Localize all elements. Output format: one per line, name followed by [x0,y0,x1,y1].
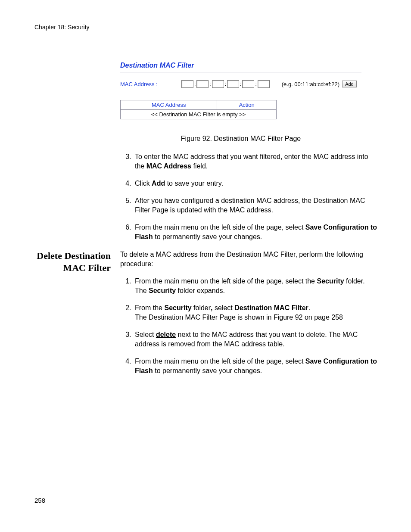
figure-destination-mac-filter: Destination MAC Filter MAC Address : : :… [120,61,361,119]
col-action: Action [217,100,277,110]
step-6: From the main menu on the left side of t… [133,223,379,242]
colon: : [255,81,256,87]
col-mac-address: MAC Address [121,100,217,110]
mac-octet-5[interactable] [242,80,254,88]
text: Click [135,180,152,187]
colon: : [240,81,241,87]
empty-message: << Destination MAC Filter is empty >> [121,110,277,119]
bold-security: Security [164,304,191,311]
text: From the main menu on the left side of t… [135,358,305,365]
table-header-row: MAC Address Action [121,100,277,110]
step-4: Click Add to save your entry. [133,179,379,188]
mac-example-text: (e.g. 00:11:ab:cd:ef:22) [282,81,339,87]
bold-security: Security [149,287,176,294]
text: The Destination MAC Filter Page is shown… [135,314,343,321]
table-row: << Destination MAC Filter is empty >> [121,110,277,119]
add-button[interactable]: Add [342,81,357,87]
text: folder expands. [176,287,225,294]
bold-underline-delete: delete [156,331,176,338]
mac-octet-2[interactable] [196,80,209,88]
chapter-header: Chapter 18: Security [34,24,378,31]
step-4: From the main menu on the left side of t… [133,357,378,376]
colon: : [209,81,211,87]
mac-filter-table: MAC Address Action << Destination MAC Fi… [120,100,277,119]
page-number: 258 [34,497,45,504]
text: field. [191,162,208,170]
mac-octet-6[interactable] [258,80,270,88]
mac-address-label: MAC Address : [120,81,181,87]
text: select [213,304,235,311]
step-2: From the Security folder, select Destina… [133,303,378,322]
text: From the main menu on the left side of t… [135,224,305,231]
panel-title: Destination MAC Filter [120,61,361,72]
step-3: Select delete next to the MAC address th… [133,330,378,349]
steps-list-a: To enter the MAC address that you want f… [120,152,379,242]
text: to permanently save your changes. [153,367,262,374]
mac-octet-1[interactable] [181,80,193,88]
step-3: To enter the MAC address that you want f… [133,152,379,171]
colon: : [194,81,196,87]
text: Select [135,331,156,338]
figure-caption: Figure 92. Destination MAC Filter Page [120,135,361,143]
section-intro: To delete a MAC address from the Destina… [120,250,378,269]
text: to save your entry. [165,180,223,187]
text: From the [135,304,164,311]
text: . [308,304,310,311]
bold-mac-address: MAC Address [146,162,191,170]
text: to permanently save your changes. [153,233,262,240]
bold-security: Security [317,277,344,285]
text: The [135,287,149,294]
mac-address-inputs: : : : : : [181,80,270,88]
text: folder. [344,277,365,285]
text: After you have configured a destination … [135,197,365,214]
step-5: After you have configured a destination … [133,196,379,215]
bold-add: Add [152,180,165,187]
mac-octet-4[interactable] [227,80,239,88]
text: From the main menu on the left side of t… [135,277,317,285]
section-heading-delete-dest-mac-filter: Delete Destination MAC Filter [34,250,120,384]
mac-octet-3[interactable] [212,80,224,88]
colon: : [225,81,226,87]
bold-dest-mac-filter: Destination MAC Filter [234,304,308,311]
steps-list-b: From the main menu on the left side of t… [120,277,378,376]
text: folder [192,304,211,311]
step-1: From the main menu on the left side of t… [133,277,378,296]
